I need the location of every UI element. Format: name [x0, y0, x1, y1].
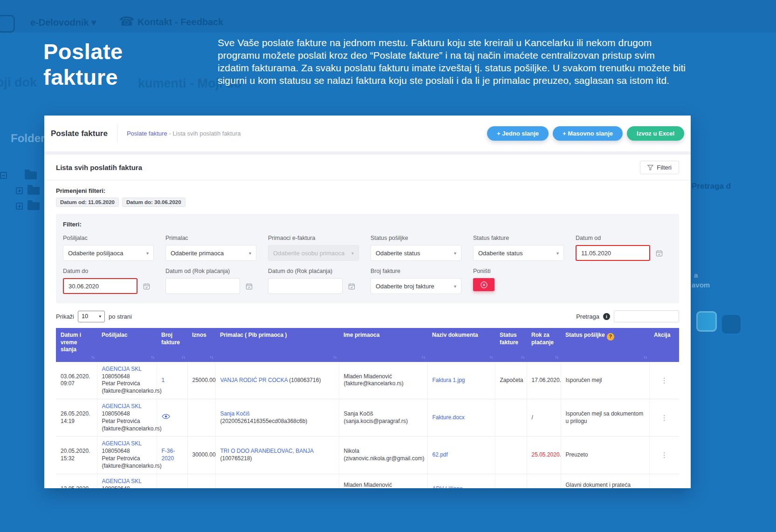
sender-link[interactable]: AGENCIJA SKL — [102, 403, 142, 409]
kebab-menu-icon[interactable]: ⋮ — [654, 413, 675, 423]
col-header-naziv-dokumenta[interactable]: Naziv dokumenta↑↓ — [427, 328, 495, 362]
sort-icon: ↑↓ — [489, 355, 493, 360]
kebab-menu-icon[interactable]: ⋮ — [654, 376, 675, 385]
filter-rok-od: Datum od (Rok plaćanja) — [165, 268, 268, 294]
rok-do-input[interactable] — [268, 278, 343, 294]
applied-filter-badge: Datum do: 30.06.2020 — [122, 198, 185, 207]
col-header-ime-primaoca[interactable]: Ime primaoca↑↓ — [339, 328, 427, 362]
sort-icon: ↑↓ — [521, 355, 525, 360]
col-header-status-posiljke[interactable]: Status pošiljke?↑↓ — [561, 328, 649, 362]
cell-posiljalac: AGENCIJA SKL 108050648Petar Petrovića(fa… — [97, 437, 157, 474]
table-header-row: Datum i vreme slanja↑↓ Pošiljalac↑↓ Broj… — [56, 328, 679, 362]
sender-link[interactable]: AGENCIJA SKL — [102, 478, 142, 484]
folder-icon — [25, 171, 37, 179]
filter-status-posiljke: Status pošiljke Odaberite status▾ — [371, 235, 473, 261]
sort-icon: ↑↓ — [644, 355, 647, 360]
izvoz-u-excel-button[interactable]: Izvoz u Excel — [627, 126, 684, 141]
chevron-down-icon: ▾ — [91, 17, 96, 27]
cell-naziv-dokumenta: 62.pdf — [427, 437, 495, 474]
document-link[interactable]: ADV Ljiljana Stojkovic.pdf — [433, 485, 464, 488]
rok-od-input[interactable] — [165, 278, 240, 294]
filter-datum-do: Datum do 30.06.2020 — [63, 268, 165, 294]
cell-primalac: Sanja Kočiš (202005261416355ecd08a368c6b… — [215, 399, 339, 437]
field-label: Datum od (Rok plaćanja) — [165, 268, 268, 274]
field-label: Pošiljalac — [63, 235, 165, 241]
document-link[interactable]: Faktura 1.jpg — [433, 377, 465, 383]
col-header-posiljalac[interactable]: Pošiljalac↑↓ — [97, 328, 157, 362]
breadcrumb-link-poslate-fakture[interactable]: Poslate fakture — [127, 130, 167, 137]
sort-icon: ↑↓ — [182, 355, 185, 360]
filteri-button[interactable]: Filteri — [640, 161, 679, 174]
divider — [117, 125, 117, 143]
status-posiljke-select[interactable]: Odaberite status▾ — [371, 245, 461, 261]
broj-fakture-select[interactable]: Odaberite broj fakture▾ — [371, 278, 461, 294]
filter-datum-od: Datum od 11.05.2020 — [576, 235, 678, 261]
jedno-slanje-button[interactable]: + Jedno slanje — [487, 126, 549, 141]
ponisti-button[interactable] — [473, 278, 494, 291]
contact-phone-icon: ☎ — [119, 14, 135, 29]
col-header-status-fakture[interactable]: Status fakture↑↓ — [495, 328, 527, 362]
col-header-iznos[interactable]: Iznos↑↓ — [187, 328, 215, 362]
cell-posiljalac: AGENCIJA SKL 108050648Petar Petrovića(fa… — [97, 399, 157, 437]
field-label: Status fakture — [473, 235, 576, 241]
breadcrumb: Poslate fakture- Lista svih poslatih fak… — [127, 130, 241, 137]
col-header-broj-fakture[interactable]: Broj fakture↑↓ — [157, 328, 187, 362]
tree-expand-icon — [16, 187, 23, 194]
posiljalac-select[interactable]: Odaberite pošiljaoca▾ — [63, 245, 154, 261]
faded-app-icon — [696, 311, 717, 332]
question-help-icon[interactable]: ? — [607, 333, 614, 341]
recipient-link[interactable]: VANJA RODIĆ PR COCKA — [220, 377, 288, 383]
col-header-primalac[interactable]: Primalac ( Pib primaoca )↑↓ — [215, 328, 339, 362]
sort-icon: ↑↓ — [555, 355, 559, 360]
search-control: Pretraga i — [576, 310, 679, 322]
sort-icon: ↑↓ — [210, 355, 213, 360]
chevron-down-icon: ▾ — [556, 251, 559, 256]
masovno-slanje-button[interactable]: + Masovno slanje — [553, 126, 623, 141]
faded-text-folder: Folder — [11, 132, 45, 145]
invoice-number-link[interactable]: F-36-2020 — [162, 448, 175, 462]
breadcrumb-current: - Lista svih poslatih faktura — [169, 130, 241, 137]
calendar-icon[interactable] — [348, 283, 355, 290]
cell-akcija: ⋮ — [649, 474, 679, 488]
faded-text-fragment: avom — [692, 281, 710, 289]
folder-icon — [27, 202, 40, 210]
datum-do-input[interactable]: 30.06.2020 — [63, 278, 137, 294]
col-header-datum-i-vreme[interactable]: Datum i vreme slanja↑↓ — [56, 328, 97, 362]
field-label: Datum do — [63, 268, 165, 274]
filter-status-fakture: Status fakture Odaberite status▾ — [473, 235, 576, 261]
folder-icon — [27, 187, 40, 195]
calendar-icon[interactable] — [143, 283, 150, 290]
applied-filters: Datum od: 11.05.2020 Datum do: 30.06.202… — [56, 198, 679, 207]
eye-preview-icon[interactable] — [162, 414, 170, 419]
page-description: Sve Vaše poslate fakture na jednom mestu… — [218, 37, 688, 87]
prikazi-label: Prikaži — [56, 313, 74, 320]
search-input[interactable] — [614, 310, 679, 322]
primalac-select[interactable]: Odaberite primaoca▾ — [165, 245, 256, 261]
recipient-link[interactable]: Sanja Kočiš — [220, 410, 250, 417]
applied-filter-badge: Datum od: 11.05.2020 — [56, 198, 119, 207]
calendar-icon[interactable] — [246, 283, 253, 290]
datum-od-input[interactable]: 11.05.2020 — [576, 245, 650, 261]
sender-link[interactable]: AGENCIJA SKL — [102, 440, 142, 447]
col-header-rok-za-placanje[interactable]: Rok za plaćanje↑↓ — [527, 328, 561, 362]
sender-link[interactable]: AGENCIJA SKL — [102, 366, 142, 372]
status-fakture-select[interactable]: Odaberite status▾ — [473, 245, 564, 261]
cell-naziv-dokumenta: Faktura 1.jpg — [427, 362, 495, 399]
document-link[interactable]: 62.pdf — [433, 451, 448, 458]
kebab-menu-icon[interactable]: ⋮ — [654, 450, 675, 460]
document-link[interactable]: Fakture.docx — [433, 414, 465, 421]
po-strani-label: po strani — [109, 313, 132, 320]
tree-collapse-icon — [0, 172, 7, 179]
per-page-select[interactable]: 10▾ — [78, 311, 105, 322]
field-label: Datum od — [576, 235, 678, 241]
cell-primalac: VANJA RODIĆ PR COCKA (108063716) — [215, 362, 339, 399]
cell-status-posiljke: Isporučen mejl sa dokumentom u prilogu — [561, 399, 649, 437]
calendar-icon[interactable] — [656, 250, 663, 257]
card-body: Primenjeni filteri: Datum od: 11.05.2020… — [44, 180, 691, 488]
invoice-number-link[interactable]: 1 — [162, 377, 165, 383]
cell-datum: 13.05.2020.10:01 — [56, 474, 97, 488]
kebab-menu-icon[interactable]: ⋮ — [654, 488, 675, 488]
cell-iznos — [187, 399, 215, 437]
nav-item-kontakt: Kontakt - Feedback — [137, 17, 223, 27]
recipient-link[interactable]: TRI O DOO ARANĐELOVAC, BANJA — [220, 448, 314, 454]
